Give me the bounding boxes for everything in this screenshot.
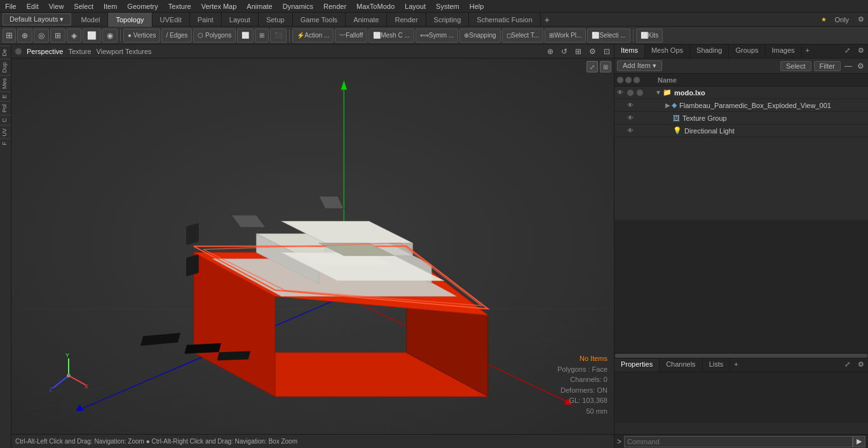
- item-row-texture-group[interactable]: 👁 🖼 Texture Group: [614, 112, 868, 125]
- tab-uvedit[interactable]: UVEdit: [153, 13, 190, 27]
- item-row-flambeau[interactable]: 👁 ▶ ◆ Flambeau_Paramedic_Box_Exploded_Vi…: [614, 99, 868, 112]
- falloff-btn[interactable]: 〰 Falloff: [335, 29, 367, 43]
- item-row-modo-lxo[interactable]: 👁 ▼ 📁 modo.lxo: [614, 86, 868, 99]
- vis-dot-1[interactable]: [627, 90, 634, 96]
- edges-btn[interactable]: / Edges: [161, 29, 192, 43]
- menu-render[interactable]: Render: [318, 1, 351, 11]
- viewport-nav-icon[interactable]: ⊕: [547, 47, 553, 56]
- add-layout-tab-button[interactable]: +: [541, 13, 553, 26]
- tab-animate[interactable]: Animate: [346, 13, 387, 27]
- items-settings-btn[interactable]: ⚙: [856, 62, 865, 71]
- tab-schematic-fusion[interactable]: Schematic Fusion: [469, 13, 540, 27]
- panel-resize-expand-btn[interactable]: ⤢: [841, 44, 854, 58]
- panel-tab-mesh-ops[interactable]: Mesh Ops: [645, 44, 690, 58]
- menu-texture[interactable]: Texture: [163, 1, 196, 11]
- sidebar-tab-uv[interactable]: UV: [0, 125, 11, 139]
- 3d-viewport[interactable]: No Items Polygons : Face Channels: 0 Def…: [11, 58, 614, 434]
- uv-btn[interactable]: ⊞: [255, 29, 269, 43]
- menu-help[interactable]: Help: [465, 1, 489, 11]
- item-label-texture[interactable]: Texture Group: [682, 114, 727, 122]
- command-input[interactable]: [624, 436, 853, 447]
- tab-paint[interactable]: Paint: [190, 13, 222, 27]
- select-tool-action-btn[interactable]: ◻ Select T...: [502, 29, 544, 43]
- panel-settings-btn[interactable]: ⚙: [854, 44, 868, 58]
- select-mode-btn[interactable]: ⬛: [270, 29, 287, 43]
- tab-game-tools[interactable]: Game Tools: [293, 13, 346, 27]
- lower-tab-lists[interactable]: Lists: [703, 358, 731, 372]
- menu-view[interactable]: View: [44, 1, 69, 11]
- viewport-texture-label[interactable]: Texture: [68, 48, 91, 55]
- lower-tab-channels[interactable]: Channels: [660, 358, 702, 372]
- menu-select[interactable]: Select: [69, 1, 98, 11]
- selection-btn[interactable]: ⬜ Selecti ...: [587, 29, 630, 43]
- menu-item[interactable]: Item: [98, 1, 122, 11]
- menu-layout[interactable]: Layout: [400, 1, 431, 11]
- menu-geometry[interactable]: Geometry: [122, 1, 163, 11]
- material-btn[interactable]: ⬜: [237, 29, 254, 43]
- panel-add-tab-button[interactable]: +: [802, 44, 813, 58]
- lower-panel-expand-btn[interactable]: ⤢: [841, 358, 854, 372]
- panel-tab-images[interactable]: Images: [766, 44, 802, 58]
- viewport-textures-label[interactable]: Viewport Textures: [97, 48, 152, 55]
- item-label-modo[interactable]: modo.lxo: [674, 89, 705, 97]
- panel-tab-groups[interactable]: Groups: [729, 44, 765, 58]
- add-item-button[interactable]: Add Item ▾: [617, 60, 662, 71]
- tab-topology[interactable]: Topology: [108, 13, 152, 27]
- lower-tab-properties[interactable]: Properties: [614, 358, 660, 372]
- item-arrow-flambeau[interactable]: ▶: [665, 102, 670, 109]
- eye-icon-texture[interactable]: 👁: [627, 114, 635, 122]
- menu-system[interactable]: System: [431, 1, 465, 11]
- rotate-tool-btn[interactable]: ◎: [34, 29, 49, 43]
- sidebar-tab-f[interactable]: F: [0, 139, 11, 148]
- snapping-btn[interactable]: ⊕ Snapping: [459, 29, 500, 43]
- sidebar-tab-mesh[interactable]: Mes: [0, 75, 11, 92]
- lower-panel-settings-btn[interactable]: ⚙: [854, 358, 868, 372]
- menu-edit[interactable]: Edit: [22, 1, 44, 11]
- viewport-perspective-label[interactable]: Perspective: [27, 48, 63, 55]
- loop-tool-btn[interactable]: ⬜: [83, 29, 101, 43]
- eye-icon-flambeau[interactable]: 👁: [627, 102, 635, 109]
- polygons-btn[interactable]: ⬡ Polygons: [193, 29, 236, 43]
- viewport-settings-icon[interactable]: ⚙: [589, 47, 596, 56]
- command-run-button[interactable]: ▶: [853, 436, 865, 447]
- layout-settings-button[interactable]: ⚙: [854, 14, 868, 25]
- menu-file[interactable]: File: [0, 1, 22, 11]
- lower-panel-add-btn[interactable]: +: [730, 358, 742, 372]
- eye-icon-modo[interactable]: 👁: [617, 89, 625, 97]
- viewport-zoom-icon[interactable]: ⊞: [575, 47, 581, 56]
- symmetry-btn[interactable]: ⟺ Symm ...: [416, 29, 458, 43]
- item-label-flambeau[interactable]: Flambeau_Paramedic_Box_Exploded_View_001: [679, 102, 831, 109]
- layout-dropdown[interactable]: Default Layouts ▾: [3, 13, 71, 25]
- sidebar-tab-e[interactable]: E: [0, 92, 11, 101]
- items-collapse-btn[interactable]: —: [843, 62, 853, 71]
- panel-tab-items[interactable]: Items: [614, 44, 645, 58]
- tab-setup[interactable]: Setup: [259, 13, 293, 27]
- item-label-light[interactable]: Directional Light: [684, 127, 735, 135]
- sidebar-tab-pol[interactable]: Pol: [0, 101, 11, 115]
- menu-maxtomodo[interactable]: MaxToModo: [351, 1, 400, 11]
- snap-tool-btn[interactable]: ◉: [102, 29, 118, 43]
- tab-layout[interactable]: Layout: [222, 13, 259, 27]
- viewport-expand-btn[interactable]: ⤢: [587, 61, 598, 72]
- menu-vertex-map[interactable]: Vertex Map: [196, 1, 242, 11]
- tab-render[interactable]: Render: [387, 13, 426, 27]
- falloff-tool-btn[interactable]: ◈: [67, 29, 81, 43]
- action-btn[interactable]: ⚡ Action ...: [292, 29, 334, 43]
- select-tool-btn[interactable]: ⊞: [3, 29, 16, 43]
- work-plane-btn[interactable]: ⊞ Work Pl...: [545, 29, 586, 43]
- viewport-maximize-icon[interactable]: ⊡: [604, 47, 610, 56]
- items-scrollbar[interactable]: [614, 353, 868, 358]
- item-arrow-modo[interactable]: ▼: [655, 89, 661, 96]
- tab-scripting[interactable]: Scripting: [426, 13, 470, 27]
- mesh-btn[interactable]: ⬜ Mesh C ...: [369, 29, 414, 43]
- item-row-directional-light[interactable]: 👁 💡 Directional Light: [614, 125, 868, 137]
- eye-icon-light[interactable]: 👁: [627, 127, 635, 135]
- panel-tab-shading[interactable]: Shading: [690, 44, 729, 58]
- transform-tool-btn[interactable]: ⊕: [17, 29, 32, 43]
- sidebar-tab-dup[interactable]: Dup: [0, 59, 11, 76]
- viewport-layout-btn[interactable]: ⊞: [600, 61, 611, 72]
- kits-btn[interactable]: ⬜ Kits: [636, 29, 663, 43]
- only-label[interactable]: Only: [829, 15, 854, 25]
- viewport-minimize-btn[interactable]: [15, 48, 22, 55]
- tab-model[interactable]: Model: [74, 13, 109, 27]
